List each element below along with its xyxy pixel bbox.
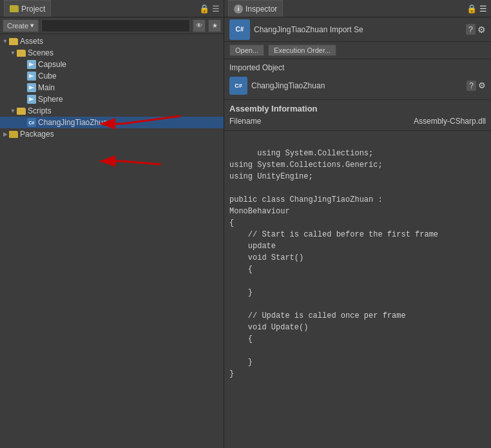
cube-label: Cube [38,72,57,81]
project-tab-actions: 🔒 ☰ [199,4,220,14]
code-preview: using System.Collections; using System.C… [224,131,491,448]
cs-icon-medium: C# [229,77,247,95]
tree-item-main[interactable]: Main [0,82,224,93]
cs-icon-large: C# [229,19,250,40]
scripts-folder-icon [17,108,26,115]
info-icon: i [234,5,243,14]
imported-item-action-icons: ? ⚙ [467,81,486,91]
project-tab-label: Project [21,5,45,14]
assets-folder-icon [9,38,18,45]
filename-label: Filename [229,117,261,126]
assets-label: Assets [20,37,43,46]
sphere-label: Sphere [38,95,63,104]
inspector-action-row: Open... Execution Order... [224,42,491,59]
scenes-arrow: ▼ [9,50,17,56]
cube-scene-icon [27,72,36,81]
tree-item-changjingtiaozhuan[interactable]: C# ChangJingTiaoZhuan [0,117,224,128]
gear-icon-2[interactable]: ⚙ [478,81,486,91]
capsule-scene-icon [27,60,36,69]
inspector-kebab-icon[interactable]: ☰ [479,4,487,14]
tree-item-assets[interactable]: ▼ Assets [0,35,224,47]
question-icon: ? [466,24,476,35]
tree-item-sphere[interactable]: Sphere [0,93,224,105]
tree-item-cube[interactable]: Cube [0,70,224,82]
filename-value: Assembly-CSharp.dll [414,117,486,126]
project-toolbar: Create ▾ 👁 ★ [0,17,224,34]
main-label: Main [38,83,55,92]
create-button[interactable]: Create ▾ [3,19,39,32]
scenes-label: Scenes [28,48,53,57]
inspector-tab[interactable]: i Inspector [228,0,283,17]
code-content: using System.Collections; using System.C… [229,149,438,378]
main-scene-icon [27,83,36,92]
kebab-icon[interactable]: ☰ [212,4,220,14]
gear-icon[interactable]: ⚙ [477,24,486,35]
imported-item: C# ChangJingTiaoZhuan ? ⚙ [229,75,486,97]
packages-arrow: ▶ [1,131,9,137]
project-tree: ▼ Assets ▼ Scenes Capsule [0,34,224,448]
scripts-label: Scripts [28,106,52,115]
assembly-filename-row: Filename Assembly-CSharp.dll [229,116,486,126]
capsule-label: Capsule [38,60,66,69]
inspector-panel: i Inspector 🔒 ☰ C# ChangJingTiaoZhuan Im… [224,0,491,448]
packages-label: Packages [20,130,54,139]
packages-folder-icon [9,131,18,138]
create-label: Create [7,22,28,30]
project-tab-bar: Project 🔒 ☰ [0,0,224,17]
create-arrow-icon: ▾ [30,21,34,30]
inspector-lock-icon[interactable]: 🔒 [467,4,477,14]
inspector-tab-bar: i Inspector 🔒 ☰ [224,0,491,17]
tree-item-capsule[interactable]: Capsule [0,59,224,70]
import-title: ChangJingTiaoZhuan Import Se [254,25,462,34]
inspector-file-header: C# ChangJingTiaoZhuan Import Se ? ⚙ [224,17,491,42]
assembly-section: Assembly Information Filename Assembly-C… [224,100,491,131]
assembly-info-title: Assembly Information [229,104,486,113]
question-icon-2: ? [467,81,476,91]
imported-object-title: Imported Object [229,63,486,72]
star-button[interactable]: ★ [208,19,221,32]
script-cs-icon: C# [27,118,36,127]
imported-object-name: ChangJingTiaoZhuan [251,81,463,90]
tree-item-scripts[interactable]: ▼ Scripts [0,105,224,117]
scenes-folder-icon [17,50,26,57]
open-button[interactable]: Open... [229,44,264,56]
assets-arrow: ▼ [1,38,9,44]
folder-tab-icon [10,5,19,12]
sphere-scene-icon [27,95,36,104]
execution-order-button[interactable]: Execution Order... [268,44,336,56]
search-input[interactable] [41,19,190,32]
tree-item-packages[interactable]: ▶ Packages [0,128,224,140]
lock-icon[interactable]: 🔒 [199,4,209,14]
imported-object-section: Imported Object C# ChangJingTiaoZhuan ? … [224,59,491,100]
inspector-tab-label: Inspector [246,5,277,14]
scripts-arrow: ▼ [9,108,17,114]
changjingtiaozhuan-label: ChangJingTiaoZhuan [38,118,111,127]
eye-button[interactable]: 👁 [193,19,206,32]
tree-item-scenes[interactable]: ▼ Scenes [0,47,224,59]
project-tab[interactable]: Project [4,0,51,17]
